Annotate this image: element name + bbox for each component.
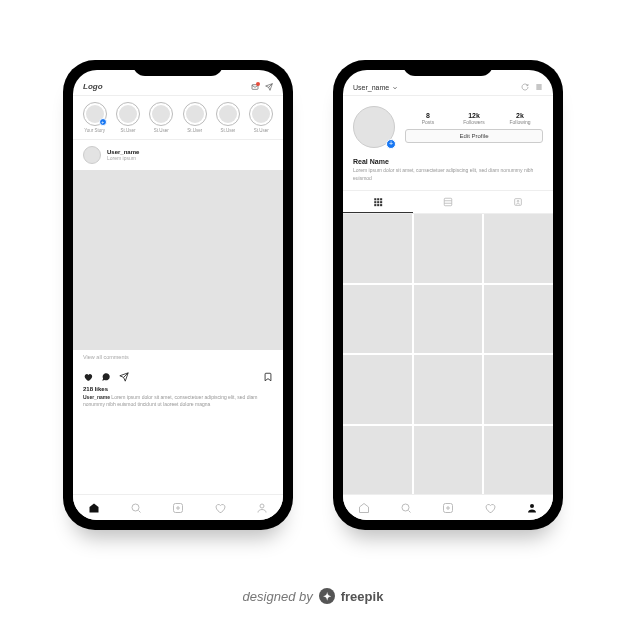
bottom-tabbar (73, 494, 283, 520)
profile-posts-grid (343, 214, 553, 495)
post-caption: User_name Lorem ipsum dolor sit amet, co… (73, 394, 283, 412)
tab-activity-icon[interactable] (484, 502, 496, 514)
view-all-comments-link[interactable]: View all comments (73, 350, 283, 366)
svg-rect-12 (380, 204, 382, 206)
refresh-icon[interactable] (521, 83, 529, 91)
inbox-unread-dot (256, 82, 260, 86)
profile-bio-text: Lorem ipsum dolor sit amet, consectetuer… (353, 167, 543, 182)
svg-rect-8 (377, 201, 379, 203)
like-icon[interactable] (83, 372, 93, 382)
edit-profile-button[interactable]: Edit Profile (405, 129, 543, 143)
stat-posts[interactable]: 8 Posts (405, 112, 451, 125)
svg-point-3 (260, 504, 264, 508)
svg-point-16 (402, 504, 409, 511)
grid-post[interactable] (484, 426, 553, 495)
grid-post[interactable] (414, 214, 483, 283)
story-label: Your Story (84, 128, 105, 133)
freepik-logo-icon: ✦ (319, 588, 335, 604)
post-image[interactable] (73, 170, 283, 350)
svg-rect-7 (374, 201, 376, 203)
svg-point-15 (517, 200, 519, 202)
comment-icon[interactable] (101, 372, 111, 382)
grid-post[interactable] (484, 355, 553, 424)
feed-screen: Logo + Your Story (73, 70, 283, 520)
svg-point-18 (530, 504, 534, 508)
svg-rect-13 (444, 198, 452, 206)
phone-frame-feed: Logo + Your Story (63, 60, 293, 530)
story-label: St.User (120, 128, 135, 133)
svg-rect-5 (377, 198, 379, 200)
post-header[interactable]: User_name Lorem ipsum (73, 140, 283, 170)
bookmark-icon[interactable] (263, 372, 273, 382)
inbox-icon[interactable] (251, 83, 259, 91)
app-logo[interactable]: Logo (83, 82, 103, 91)
attribution-prefix: designed by (243, 589, 313, 604)
profile-username-dropdown[interactable]: User_name (353, 84, 398, 91)
grid-post[interactable] (414, 285, 483, 354)
tab-grid[interactable] (343, 191, 413, 213)
tab-search-icon[interactable] (400, 502, 412, 514)
svg-rect-10 (374, 204, 376, 206)
story-item[interactable]: St.User (181, 102, 208, 133)
grid-post[interactable] (343, 355, 412, 424)
tab-tagged[interactable] (483, 191, 553, 213)
tab-home-icon[interactable] (358, 502, 370, 514)
phone-notch (403, 60, 493, 76)
grid-post[interactable] (343, 214, 412, 283)
grid-post[interactable] (484, 214, 553, 283)
profile-real-name: Real Name (353, 158, 543, 165)
stat-followers[interactable]: 12k Followers (451, 112, 497, 125)
profile-stats: 8 Posts 12k Followers 2k Following (405, 112, 543, 125)
add-avatar-badge[interactable]: + (386, 139, 396, 149)
story-item[interactable]: St.User (248, 102, 275, 133)
tab-activity-icon[interactable] (214, 502, 226, 514)
stat-following[interactable]: 2k Following (497, 112, 543, 125)
svg-rect-11 (377, 204, 379, 206)
tab-profile-icon[interactable] (526, 502, 538, 514)
bottom-tabbar (343, 494, 553, 520)
story-label: St.User (187, 128, 202, 133)
profile-screen: User_name + 8 Posts (343, 70, 553, 520)
profile-top-section: + 8 Posts 12k Followers 2k (343, 96, 553, 158)
phone-frame-profile: User_name + 8 Posts (333, 60, 563, 530)
svg-rect-9 (380, 201, 382, 203)
story-your-story[interactable]: + Your Story (81, 102, 108, 133)
story-item[interactable]: St.User (214, 102, 241, 133)
caption-username[interactable]: User_name (83, 394, 110, 400)
story-label: St.User (254, 128, 269, 133)
tab-add-icon[interactable] (172, 502, 184, 514)
attribution-brand: freepik (341, 589, 384, 604)
caption-text: Lorem ipsum dolor sit amet, consectetuer… (83, 394, 258, 407)
tab-add-icon[interactable] (442, 502, 454, 514)
post-actions (73, 366, 283, 384)
grid-post[interactable] (484, 285, 553, 354)
stories-row[interactable]: + Your Story St.User St.User St.User (73, 96, 283, 140)
grid-post[interactable] (414, 426, 483, 495)
post-location: Lorem ipsum (107, 155, 139, 161)
story-item[interactable]: St.User (148, 102, 175, 133)
share-icon[interactable] (119, 372, 129, 382)
svg-rect-6 (380, 198, 382, 200)
menu-icon[interactable] (535, 83, 543, 91)
tab-feed-list[interactable] (413, 191, 483, 213)
profile-content-tabs (343, 190, 553, 214)
grid-post[interactable] (343, 426, 412, 495)
story-label: St.User (220, 128, 235, 133)
svg-point-1 (132, 504, 139, 511)
grid-post[interactable] (343, 285, 412, 354)
grid-post[interactable] (414, 355, 483, 424)
tab-home-icon[interactable] (88, 502, 100, 514)
tab-profile-icon[interactable] (256, 502, 268, 514)
phone-notch (133, 60, 223, 76)
post-likes-count[interactable]: 218 likes (73, 384, 283, 394)
tab-search-icon[interactable] (130, 502, 142, 514)
add-story-badge[interactable]: + (99, 118, 107, 126)
story-label: St.User (154, 128, 169, 133)
story-item[interactable]: St.User (114, 102, 141, 133)
direct-message-icon[interactable] (265, 83, 273, 91)
post-author-avatar[interactable] (83, 146, 101, 164)
chevron-down-icon (392, 85, 398, 91)
profile-bio: Real Name Lorem ipsum dolor sit amet, co… (343, 158, 553, 190)
svg-rect-4 (374, 198, 376, 200)
attribution: designed by ✦ freepik (0, 588, 626, 604)
